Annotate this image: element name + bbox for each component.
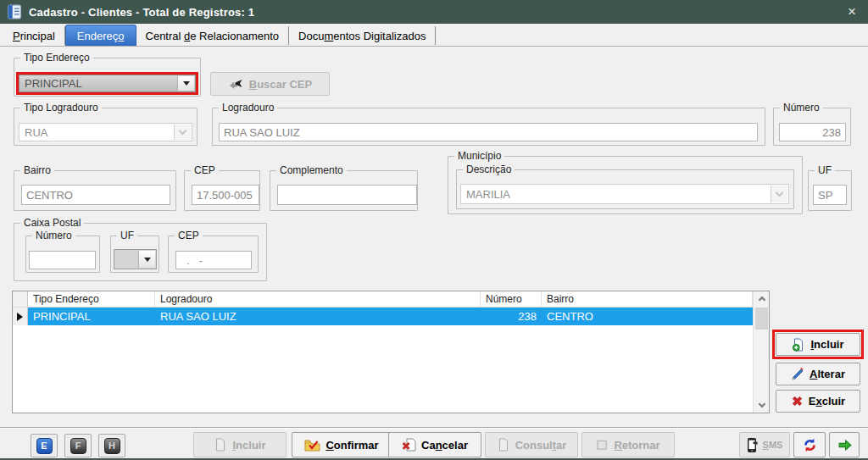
cp-numero-input[interactable] xyxy=(29,251,96,269)
f-button[interactable]: F xyxy=(64,434,92,457)
refresh-icon xyxy=(802,437,818,453)
bairro-label: Bairro xyxy=(20,165,54,176)
grid-col-numero[interactable]: Número xyxy=(481,291,542,307)
close-icon[interactable]: × xyxy=(848,0,856,24)
confirmar-button[interactable]: Confirmar xyxy=(292,432,392,457)
tab-documentos-digitalizados[interactable]: Documentos Digitalizados xyxy=(289,26,436,45)
tab-central-relacionamento[interactable]: Central de Relacionamento xyxy=(136,26,290,45)
pencil-icon xyxy=(791,368,804,381)
tab-principal[interactable]: Principal xyxy=(3,26,65,45)
window-title: Cadastro - Clientes - Total de Registros… xyxy=(29,6,254,19)
row-marker-icon xyxy=(13,308,28,325)
e-badge-icon: E xyxy=(36,438,53,454)
grid-scrollbar[interactable] xyxy=(753,291,769,413)
document-x-icon xyxy=(402,438,416,452)
chevron-down-icon xyxy=(771,186,787,202)
tipo-endereco-label: Tipo Endereço xyxy=(20,53,93,64)
tipo-logradouro-label: Tipo Logradouro xyxy=(20,103,102,114)
tipo-logradouro-select[interactable]: RUA xyxy=(19,123,192,141)
tipo-endereco-highlight: PRINCIPAL xyxy=(16,72,198,95)
uf-input[interactable]: SP xyxy=(813,185,847,205)
incluir-side-button[interactable]: Incluir xyxy=(776,333,860,356)
search-arrows-icon xyxy=(228,78,244,91)
scrollbar-thumb[interactable] xyxy=(755,308,768,330)
alterar-button[interactable]: Alterar xyxy=(776,363,860,385)
table-row[interactable]: PRINCIPAL RUA SAO LUIZ 238 CENTRO xyxy=(13,308,753,325)
next-button[interactable] xyxy=(829,432,860,457)
document-icon xyxy=(214,438,227,452)
f-badge-icon: F xyxy=(70,438,86,454)
red-x-icon xyxy=(791,395,804,407)
descricao-label: Descrição xyxy=(463,164,515,175)
cp-cep-input[interactable]: . - xyxy=(175,251,252,269)
grid-col-tipo-endereco[interactable]: Tipo Endereço xyxy=(28,291,155,307)
logradouro-label: Logradouro xyxy=(219,103,277,114)
caixa-postal-label: Caixa Postal xyxy=(20,218,84,229)
uf-label: UF xyxy=(815,165,835,176)
h-badge-icon: H xyxy=(104,438,120,454)
tab-endereco[interactable]: Endereço xyxy=(65,25,136,46)
document-plus-icon xyxy=(792,338,805,352)
square-icon xyxy=(596,439,609,452)
excluir-button[interactable]: Excluir xyxy=(776,390,860,413)
phone-icon xyxy=(747,437,758,453)
scroll-down-icon[interactable] xyxy=(754,398,770,413)
cp-uf-label: UF xyxy=(117,230,137,241)
chevron-down-icon[interactable] xyxy=(177,76,194,91)
address-grid: Tipo Endereço Logradouro Número Bairro P… xyxy=(12,291,770,413)
municipio-select[interactable]: MARILIA xyxy=(460,184,789,204)
folder-check-icon xyxy=(304,438,320,452)
bottom-toolbar: E F H Incluir Confirmar xyxy=(0,427,868,460)
complemento-input[interactable] xyxy=(277,185,417,205)
grid-col-logradouro[interactable]: Logradouro xyxy=(155,291,481,307)
chevron-down-icon xyxy=(174,125,191,140)
document-icon xyxy=(497,438,510,452)
h-button[interactable]: H xyxy=(98,434,125,457)
chevron-down-icon[interactable] xyxy=(138,251,155,268)
cp-numero-label: Número xyxy=(32,230,75,241)
bairro-input[interactable]: CENTRO xyxy=(21,185,170,205)
cep-label: CEP xyxy=(191,165,219,176)
e-button[interactable]: E xyxy=(31,434,58,457)
cep-input[interactable]: 17.500-005 xyxy=(192,185,259,205)
municipio-label: Município xyxy=(454,151,504,162)
buscar-cep-button[interactable]: Buscar CEP xyxy=(210,72,330,96)
numero-label: Número xyxy=(780,103,823,114)
app-document-icon xyxy=(7,4,22,19)
cp-cep-label: CEP xyxy=(175,230,203,241)
tipo-endereco-select[interactable]: PRINCIPAL xyxy=(19,75,196,92)
grid-header: Tipo Endereço Logradouro Número Bairro xyxy=(13,291,753,308)
sms-button[interactable]: SMS xyxy=(739,432,790,457)
refresh-button[interactable] xyxy=(793,432,826,457)
logradouro-input[interactable]: RUA SAO LUIZ xyxy=(219,123,758,141)
title-bar: Cadastro - Clientes - Total de Registros… xyxy=(0,0,868,24)
incluir-toolbar-button[interactable]: Incluir xyxy=(193,432,287,457)
green-arrow-icon xyxy=(837,438,852,452)
cadastro-clientes-window: Cadastro - Clientes - Total de Registros… xyxy=(0,0,868,460)
grid-marker-header xyxy=(13,291,28,307)
numero-input[interactable]: 238 xyxy=(779,123,846,141)
retornar-button[interactable]: Retornar xyxy=(581,432,675,457)
grid-col-bairro[interactable]: Bairro xyxy=(542,291,753,307)
consultar-button[interactable]: Consultar xyxy=(485,432,578,457)
complemento-label: Complemento xyxy=(276,165,347,176)
scroll-up-icon[interactable] xyxy=(754,291,770,306)
cp-uf-select[interactable] xyxy=(114,249,157,269)
cancelar-button[interactable]: Cancelar xyxy=(388,432,481,457)
tab-bar: Principal Endereço Central de Relacionam… xyxy=(0,24,868,47)
